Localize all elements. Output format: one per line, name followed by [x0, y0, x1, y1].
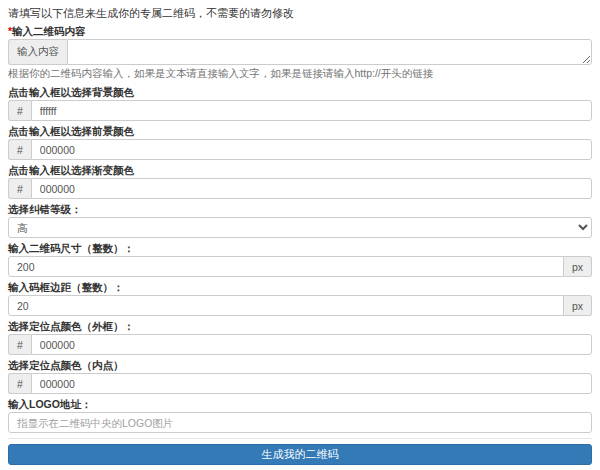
content-label-text: 输入二维码内容 [12, 25, 86, 37]
bg-color-label: 点击输入框以选择背景颜色 [8, 87, 592, 98]
gradient-color-input-group: # [8, 178, 592, 199]
form-group-bg-color: 点击输入框以选择背景颜色 # [8, 87, 592, 121]
eye-inner-color-input-group: # [8, 373, 592, 394]
intro-text: 请填写以下信息来生成你的专属二维码，不需要的请勿修改 [8, 7, 592, 19]
error-level-select[interactable]: 高 [8, 217, 592, 238]
bg-color-hash-addon: # [8, 100, 31, 121]
logo-label: 输入LOGO地址： [8, 399, 592, 410]
margin-input-group: px [8, 295, 592, 316]
divider [8, 438, 592, 439]
fg-color-input-group: # [8, 139, 592, 160]
content-addon: 输入内容 [8, 39, 67, 65]
bg-color-input-group: # [8, 100, 592, 121]
eye-inner-color-input[interactable] [31, 373, 592, 394]
generate-qr-button[interactable]: 生成我的二维码 [8, 444, 592, 465]
form-group-logo: 输入LOGO地址： [8, 399, 592, 433]
eye-outer-color-label: 选择定位点颜色（外框）： [8, 321, 592, 332]
fg-color-hash-addon: # [8, 139, 31, 160]
margin-input[interactable] [8, 295, 564, 316]
fg-color-input[interactable] [31, 139, 592, 160]
size-input[interactable] [8, 256, 564, 277]
qr-generator-form: 请填写以下信息来生成你的专属二维码，不需要的请勿修改 *输入二维码内容 输入内容… [0, 0, 600, 470]
margin-label: 输入码框边距（整数）： [8, 282, 592, 293]
size-unit-addon: px [564, 256, 592, 277]
error-level-label: 选择纠错等级： [8, 204, 592, 215]
fg-color-label: 点击输入框以选择前景颜色 [8, 126, 592, 137]
form-group-eye-outer-color: 选择定位点颜色（外框）： # [8, 321, 592, 355]
bg-color-input[interactable] [31, 100, 592, 121]
content-input-group: 输入内容 [8, 39, 592, 65]
eye-outer-color-input[interactable] [31, 334, 592, 355]
form-group-content: *输入二维码内容 输入内容 根据你的二维码内容输入，如果是文本请直接输入文字，如… [8, 26, 592, 79]
form-group-eye-inner-color: 选择定位点颜色（内点） # [8, 360, 592, 394]
form-group-fg-color: 点击输入框以选择前景颜色 # [8, 126, 592, 160]
content-label: *输入二维码内容 [8, 26, 592, 37]
eye-outer-color-input-group: # [8, 334, 592, 355]
gradient-color-input[interactable] [31, 178, 592, 199]
size-input-group: px [8, 256, 592, 277]
form-group-size: 输入二维码尺寸（整数）： px [8, 243, 592, 277]
eye-inner-color-hash-addon: # [8, 373, 31, 394]
size-label: 输入二维码尺寸（整数）： [8, 243, 592, 254]
content-textarea[interactable] [67, 39, 592, 65]
eye-inner-color-label: 选择定位点颜色（内点） [8, 360, 592, 371]
content-help-text: 根据你的二维码内容输入，如果是文本请直接输入文字，如果是链接请输入http://… [8, 68, 592, 79]
form-group-error-level: 选择纠错等级： 高 [8, 204, 592, 238]
gradient-color-hash-addon: # [8, 178, 31, 199]
form-group-gradient-color: 点击输入框以选择渐变颜色 # [8, 165, 592, 199]
margin-unit-addon: px [564, 295, 592, 316]
logo-url-input[interactable] [8, 412, 592, 433]
eye-outer-color-hash-addon: # [8, 334, 31, 355]
form-group-margin: 输入码框边距（整数）： px [8, 282, 592, 316]
gradient-color-label: 点击输入框以选择渐变颜色 [8, 165, 592, 176]
